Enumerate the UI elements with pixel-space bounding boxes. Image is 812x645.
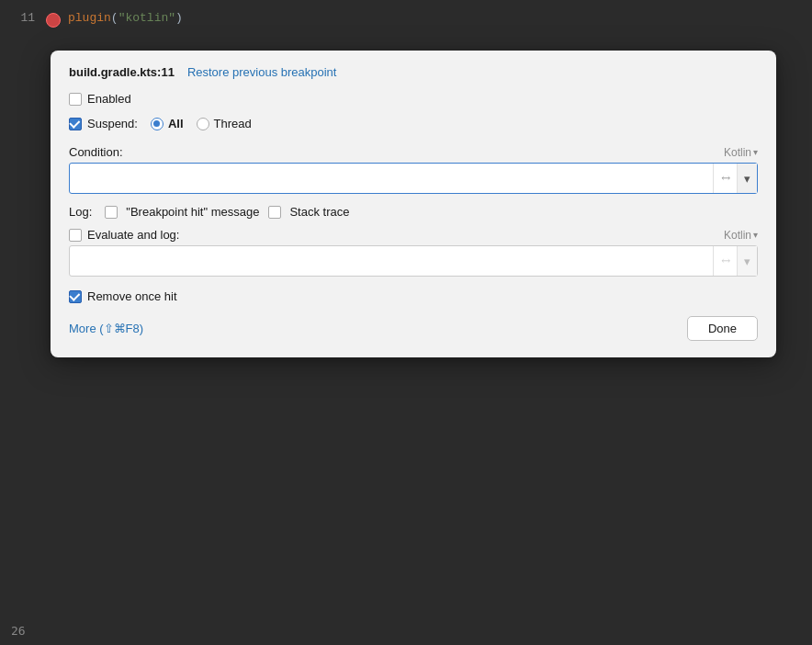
evaluate-input-wrapper: ⤢ ▾ [69,245,758,277]
breakpoint-dialog: build.gradle.kts:11 Restore previous bre… [51,51,776,357]
condition-row: Condition: Kotlin [69,145,758,159]
evaluate-dropdown-button[interactable]: ▾ [737,246,757,276]
expand-icon: ⤢ [717,171,733,187]
radio-all-label: All [168,117,184,130]
radio-all-option[interactable]: All [151,117,184,130]
expand-icon-2: ⤢ [717,254,733,269]
evaluate-input-actions: ⤢ ▾ [713,246,757,276]
evaluate-checkbox[interactable] [69,229,82,242]
remove-once-hit-checkbox[interactable] [69,290,82,303]
condition-input-actions: ⤢ ▾ [713,164,757,193]
log-breakpoint-label: "Breakpoint hit" message [126,205,259,219]
dialog-footer: More (⇧⌘F8) Done [69,316,758,341]
enabled-checkbox[interactable] [69,93,82,106]
evaluate-expand-button[interactable]: ⤢ [713,246,737,276]
log-stack-trace-item: Stack trace [268,205,349,219]
radio-thread[interactable] [197,118,209,130]
suspend-radio-group: All Thread [151,117,252,130]
evaluate-input[interactable] [70,246,713,276]
condition-dropdown-button[interactable]: ▾ [737,164,757,193]
restore-breakpoint-link[interactable]: Restore previous breakpoint [187,65,337,79]
condition-input-wrapper: ⤢ ▾ [69,163,758,194]
enabled-label: Enabled [87,92,131,106]
evaluate-label: Evaluate and log: [87,228,179,242]
condition-kotlin-badge[interactable]: Kotlin [724,146,758,159]
enabled-row: Enabled [69,92,758,106]
log-breakpoint-item: "Breakpoint hit" message [105,205,259,219]
log-breakpoint-checkbox[interactable] [105,206,118,219]
log-row: Log: "Breakpoint hit" message Stack trac… [69,205,758,219]
radio-thread-option[interactable]: Thread [197,117,252,130]
suspend-checkbox[interactable] [69,118,82,130]
dialog-title: build.gradle.kts:11 [69,65,175,79]
radio-all[interactable] [151,118,164,130]
chevron-down-icon: ▾ [744,172,750,186]
evaluate-kotlin-badge[interactable]: Kotlin [724,229,758,242]
condition-label: Condition: [69,145,123,159]
remove-once-hit-row: Remove once hit [69,289,758,303]
remove-once-hit-label: Remove once hit [87,289,177,303]
log-label: Log: [69,205,92,219]
chevron-down-icon-2: ▾ [744,255,750,268]
log-stack-trace-checkbox[interactable] [268,206,281,219]
log-stack-trace-label: Stack trace [289,205,349,219]
code-line-11: plugin("kotlin") [61,7,183,29]
more-link[interactable]: More (⇧⌘F8) [69,322,143,335]
evaluate-row: Evaluate and log: Kotlin [69,228,758,242]
suspend-row: Suspend: All Thread [69,117,758,130]
line-number-26: 26 [0,624,37,638]
dialog-header: build.gradle.kts:11 Restore previous bre… [69,65,758,79]
done-button[interactable]: Done [687,316,758,341]
line-number-11: 11 [0,7,46,29]
suspend-label: Suspend: [87,117,138,130]
condition-expand-button[interactable]: ⤢ [713,164,737,193]
radio-thread-label: Thread [214,117,252,130]
breakpoint-icon[interactable] [46,13,61,28]
condition-input[interactable] [70,164,713,193]
